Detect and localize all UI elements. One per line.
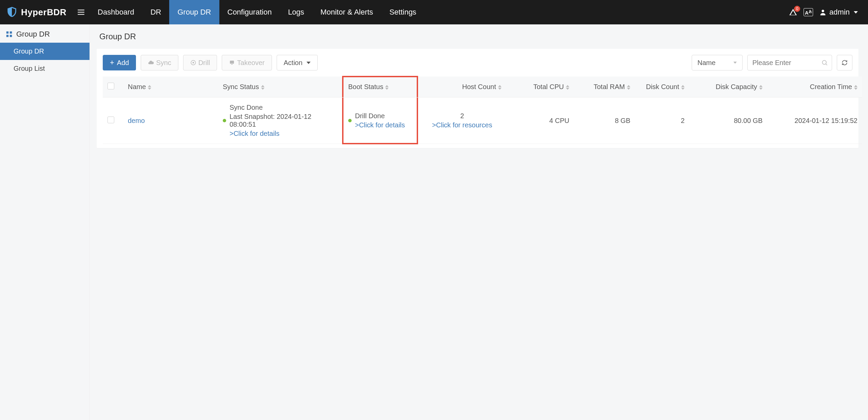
takeover-button[interactable]: Takeover [222,55,272,70]
sync-button[interactable]: Sync [141,55,178,70]
svg-rect-11 [231,64,233,65]
sync-details-link[interactable]: >Click for details [230,130,339,138]
refresh-button[interactable] [837,55,852,70]
sort-icon [759,85,763,90]
sort-icon [627,85,630,90]
brand-text: HyperBDR [21,7,66,18]
nav-label: DR [151,8,161,17]
drill-button[interactable]: Drill [183,55,217,70]
sidebar-header-label: Group DR [16,30,50,39]
col-label: Disk Count [646,83,679,90]
sort-icon [681,85,685,90]
svg-rect-10 [230,61,234,64]
col-total-cpu[interactable]: Total CPU [506,77,574,98]
refresh-icon [841,59,848,66]
btn-label: Action [284,59,303,67]
brand-block[interactable]: HyperBDR [4,6,73,18]
status-dot-icon [348,119,352,122]
cell-creation-time: 2024-01-12 15:19:52 [767,98,862,144]
nav-items: Dashboard DR Group DR Configuration Logs… [90,0,425,24]
svg-rect-5 [10,31,12,34]
select-all-checkbox[interactable] [107,83,114,89]
group-dr-table: Name Sync Status Boot Status Host Count … [103,77,862,144]
filter-field-select[interactable]: Name [692,55,743,70]
sidebar-item-group-dr[interactable]: Group DR [0,43,90,60]
svg-line-13 [826,64,827,65]
toolbar: + Add Sync Drill [103,55,852,70]
body-layout: Group DR Group DR Group List Group DR + … [0,24,868,420]
sync-snapshot-text: Last Snapshot: 2024-01-12 08:00:51 [230,113,339,128]
cell-disk-capacity: 80.00 GB [689,98,767,144]
disk-capacity-value: 80.00 GB [734,117,763,124]
table-header-row: Name Sync Status Boot Status Host Count … [103,77,862,98]
nav-item-dr[interactable]: DR [142,0,170,24]
table-row: demo Sync Done Last Snapshot: 2024-01-12… [103,98,862,144]
top-navbar: HyperBDR Dashboard DR Group DR Configura… [0,0,868,24]
total-ram-value: 8 GB [615,117,630,124]
language-icon: Aあ [805,9,812,16]
nav-item-configuration[interactable]: Configuration [219,0,280,24]
nav-item-monitor-alerts[interactable]: Monitor & Alerts [312,0,381,24]
nav-item-dashboard[interactable]: Dashboard [90,0,142,24]
sidebar-item-label: Group List [14,65,45,72]
menu-toggle-button[interactable] [73,8,90,17]
boot-status-text: Drill Done [355,112,413,120]
sync-status-text: Sync Done [230,104,339,111]
host-count-value: 2 [460,112,464,120]
cell-total-ram: 8 GB [574,98,635,144]
cell-disk-count: 2 [635,98,689,144]
svg-point-9 [193,62,194,64]
col-label: Creation Time [810,83,852,90]
sidebar: Group DR Group DR Group List [0,24,90,420]
col-total-ram[interactable]: Total RAM [574,77,635,98]
status-dot-icon [223,119,226,122]
col-name[interactable]: Name [123,77,218,98]
notifications-badge: 0 [794,6,800,12]
user-name-label: admin [829,8,850,17]
boot-details-link[interactable]: >Click for details [355,121,413,129]
row-checkbox[interactable] [107,117,114,123]
col-host-count[interactable]: Host Count [418,77,506,98]
col-disk-count[interactable]: Disk Count [635,77,689,98]
svg-rect-7 [10,35,12,37]
nav-item-settings[interactable]: Settings [381,0,425,24]
host-resources-link[interactable]: >Click for resources [432,121,492,129]
language-button[interactable]: Aあ [804,8,813,16]
nav-item-logs[interactable]: Logs [280,0,312,24]
col-label: Sync Status [223,83,259,90]
search-icon [821,59,828,66]
cell-sync-status: Sync Done Last Snapshot: 2024-01-12 08:0… [218,98,343,144]
col-disk-capacity[interactable]: Disk Capacity [689,77,767,98]
nav-right-icons: 0 Aあ admin [789,8,864,17]
svg-rect-6 [6,35,8,37]
col-boot-status[interactable]: Boot Status [343,77,418,98]
sort-icon [385,85,389,90]
search-input[interactable] [747,55,832,70]
col-label: Total CPU [533,83,564,90]
search-wrap [747,55,832,70]
svg-point-12 [822,60,826,64]
cell-checkbox [103,98,123,144]
sidebar-item-group-list[interactable]: Group List [0,60,90,77]
chevron-down-icon [733,62,737,64]
cell-host-count: 2 >Click for resources [418,98,506,144]
sort-icon [566,85,569,90]
action-dropdown[interactable]: Action [277,55,318,70]
notifications-button[interactable]: 0 [789,8,797,17]
total-cpu-value: 4 CPU [549,117,569,124]
col-label: Host Count [462,83,496,90]
nav-label: Logs [288,8,304,17]
cell-name: demo [123,98,218,144]
col-sync-status[interactable]: Sync Status [218,77,343,98]
disk-count-value: 2 [681,117,685,124]
col-creation-time[interactable]: Creation Time [767,77,862,98]
name-link[interactable]: demo [128,117,145,124]
add-button[interactable]: + Add [103,55,136,70]
col-label: Total RAM [594,83,625,90]
svg-rect-4 [6,31,8,34]
user-menu[interactable]: admin [819,8,858,17]
nav-label: Configuration [228,8,272,17]
creation-time-value: 2024-01-12 15:19:52 [794,117,857,124]
nav-label: Group DR [177,8,211,17]
nav-item-group-dr[interactable]: Group DR [169,0,219,24]
